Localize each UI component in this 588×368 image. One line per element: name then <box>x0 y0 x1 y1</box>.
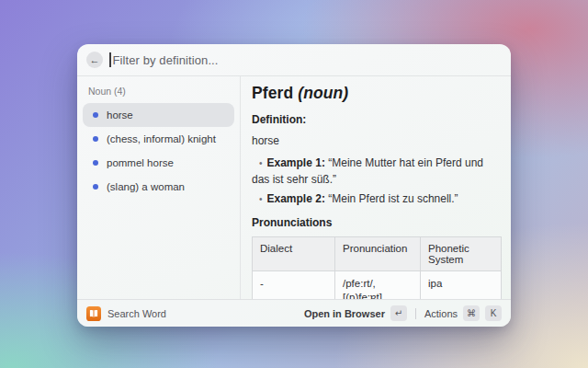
main-area: Noun (4) horse (chess, informal) knight … <box>77 76 511 299</box>
open-in-browser-button[interactable]: Open in Browser ↵ <box>304 304 407 323</box>
sidebar-item-label: (slang) a woman <box>107 181 185 192</box>
section-header: Noun (4) <box>83 82 234 103</box>
list-bullet-icon: • <box>259 194 263 204</box>
back-button[interactable]: ← <box>86 52 103 68</box>
pronunciations-table: Dialect Pronunciation Phonetic System - … <box>252 236 502 300</box>
definition-heading: Definition: <box>252 113 502 126</box>
sidebar-item-horse[interactable]: horse <box>83 103 234 127</box>
column-header-pronunciation: Pronunciation <box>335 236 421 270</box>
footer-divider <box>415 308 416 319</box>
column-header-phonetic-system: Phonetic System <box>421 236 502 270</box>
bullet-dot-icon <box>93 136 98 142</box>
sidebar-item-label: horse <box>107 109 133 121</box>
example-item: •Example 2: “Mein Pferd ist zu schnell.” <box>252 191 502 208</box>
example-label: Example 1: <box>267 156 325 169</box>
sidebar-item-label: (chess, informal) knight <box>107 133 216 144</box>
status-bar: Search Word Open in Browser ↵ Actions ⌘ … <box>77 299 511 327</box>
bullet-dot-icon <box>93 184 98 190</box>
sidebar-item-label: pommel horse <box>107 157 174 168</box>
results-sidebar: Noun (4) horse (chess, informal) knight … <box>77 76 241 299</box>
example-item: •Example 1: “Meine Mutter hat ein Pferd … <box>252 155 502 187</box>
dictionary-book-icon <box>86 306 101 321</box>
search-bar: ← Filter by definition... <box>77 44 511 76</box>
cell-dialect: - <box>253 270 335 299</box>
actions-button[interactable]: Actions ⌘ K <box>424 304 502 323</box>
back-arrow-icon: ← <box>90 54 100 65</box>
table-row: - /pfe:rt/, [(p)fe:ɐ̯t], /fe:rt/, [fe:ɐ̯… <box>253 270 502 299</box>
example-text: “Mein Pferd ist zu schnell.” <box>328 192 458 205</box>
cmd-key-badge: ⌘ <box>463 305 480 321</box>
footer-actions: Open in Browser ↵ Actions ⌘ K <box>304 304 502 323</box>
cell-pronunciation: /pfe:rt/, [(p)fe:ɐ̯t], /fe:rt/, [fe:ɐ̯t]… <box>335 270 421 299</box>
pronunciations-heading: Pronunciations <box>252 216 502 229</box>
search-word-window: ← Filter by definition... Noun (4) horse… <box>77 44 511 327</box>
filter-input[interactable]: Filter by definition... <box>113 53 219 67</box>
actions-label: Actions <box>424 308 458 319</box>
table-header-row: Dialect Pronunciation Phonetic System <box>253 236 502 270</box>
enter-key-badge: ↵ <box>390 305 407 321</box>
app-name-label: Search Word <box>107 308 166 319</box>
example-label: Example 2: <box>267 192 325 205</box>
cell-phonetic-system: ipa <box>421 270 502 299</box>
bullet-dot-icon <box>93 160 98 166</box>
entry-part-of-speech: (noun) <box>298 84 348 102</box>
open-in-browser-label: Open in Browser <box>304 308 385 319</box>
entry-title: Pferd (noun) <box>252 84 502 103</box>
entry-word: Pferd <box>252 84 293 102</box>
list-bullet-icon: • <box>259 158 263 168</box>
app-identity: Search Word <box>86 306 166 321</box>
k-key-badge: K <box>485 305 502 321</box>
column-header-dialect: Dialect <box>253 236 335 270</box>
sidebar-item-a-woman[interactable]: (slang) a woman <box>83 175 234 199</box>
definition-text: horse <box>252 134 502 147</box>
desktop-background: ← Filter by definition... Noun (4) horse… <box>0 0 588 368</box>
sidebar-item-knight[interactable]: (chess, informal) knight <box>83 127 234 151</box>
text-caret <box>109 52 111 67</box>
sidebar-item-pommel-horse[interactable]: pommel horse <box>83 151 234 175</box>
detail-pane: Pferd (noun) Definition: horse •Example … <box>241 76 511 299</box>
bullet-dot-icon <box>93 112 98 118</box>
